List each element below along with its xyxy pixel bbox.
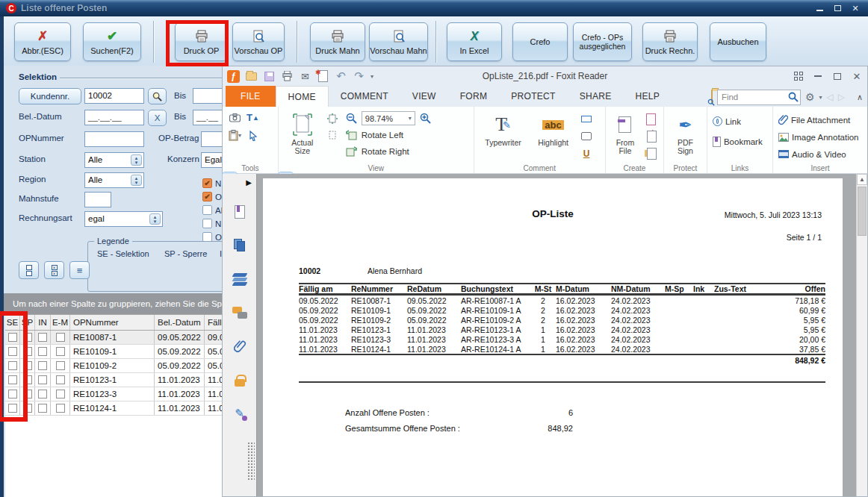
file-attachment-button[interactable]: File Attachment [778,112,859,128]
security-panel-icon[interactable] [232,372,248,388]
checkbox-checked-icon[interactable]: ✔ [202,192,212,201]
save-icon[interactable] [263,70,276,83]
checkbox-icon[interactable] [56,361,65,370]
scrollbar-thumb[interactable] [858,187,867,236]
sidebar-drag-handle[interactable] [247,442,255,481]
checkbox-checked-icon[interactable]: ✔ [202,178,212,188]
rectangle-tool-icon[interactable] [580,112,594,126]
vertical-scrollbar[interactable]: ▲ [856,174,867,496]
bel-datum-cell[interactable]: 05.09.2022 [155,345,205,358]
next-view-icon[interactable]: ▷ [838,92,845,102]
checkbox-icon[interactable] [56,347,65,356]
email-icon[interactable]: ✉ [299,70,311,83]
checkbox-row[interactable]: Al [202,205,223,215]
checkbox-icon[interactable] [38,404,47,413]
table-row[interactable]: RE10124-1 11.01.2023 11.01.2023 [5,401,226,416]
em-checkbox-cell[interactable] [51,359,70,372]
foxit-logo-icon[interactable]: ƒ [227,70,240,83]
em-checkbox-cell[interactable] [51,331,70,344]
table-row[interactable]: RE10087-1 09.05.2022 09.05.2022 [5,331,226,345]
region-select[interactable]: Alle ▲▼ [84,172,144,188]
checkbox-icon[interactable] [38,375,47,384]
tab-help[interactable]: HELP [624,86,672,107]
fit-visible-icon[interactable] [326,128,340,142]
em-checkbox-cell[interactable] [51,373,70,387]
gear-icon[interactable]: ⚙ [805,91,815,103]
spinner-icon[interactable]: ▲▼ [131,175,142,186]
ausbuchen-button[interactable]: Ausbuchen [710,22,766,61]
fit-page-icon[interactable] [326,111,340,125]
pages-panel-icon[interactable] [232,237,248,254]
grid-header-bel-datum[interactable]: Bel.-Datum [155,315,205,330]
tile-windows-icon[interactable] [793,71,805,81]
checkbox-icon[interactable] [56,333,65,342]
station-select[interactable]: Alle ▲▼ [84,152,144,168]
zoom-in-icon[interactable] [418,111,433,125]
maximize-button[interactable] [831,3,844,13]
new-document-icon[interactable]: ✱ [317,70,329,83]
checkbox-icon[interactable] [56,375,65,384]
undo-icon[interactable]: ↶ [335,70,347,83]
checkbox-icon[interactable] [202,219,212,228]
opnummer-cell[interactable]: RE10109-2 [70,359,155,372]
rotate-right-button[interactable]: Rotate Right [344,143,433,159]
print-icon[interactable] [281,70,294,83]
grid-header-in[interactable]: IN [35,315,51,330]
audio-video-button[interactable]: Audio & Video [778,146,859,162]
kundennr-input[interactable]: 10002 [84,88,144,104]
in-checkbox-cell[interactable] [35,345,51,358]
foxit-restore-button[interactable] [831,71,843,81]
vorschau-op-button[interactable]: Vorschau OP [232,22,285,61]
opnummer-cell[interactable]: RE10123-1 [70,373,155,387]
tab-file[interactable]: FILE [226,86,276,107]
em-checkbox-cell[interactable] [51,401,70,415]
grid-header-em[interactable]: E-M [51,315,70,330]
scroll-up-icon[interactable]: ▲ [857,174,867,185]
spinner-icon[interactable]: ▲▼ [131,154,142,166]
opnummer-cell[interactable]: RE10123-3 [70,387,155,401]
in-checkbox-cell[interactable] [35,373,51,387]
snapshot-icon[interactable] [228,110,242,125]
collapse-ribbon-icon[interactable]: ∧ [857,93,863,102]
checkbox-icon[interactable] [38,333,47,342]
bel-datum-cell[interactable]: 11.01.2023 [155,387,205,401]
select-all-button[interactable]: ✕✕ [44,261,64,279]
checkbox-row[interactable]: ✔ N [202,178,221,188]
in-checkbox-cell[interactable] [35,401,51,415]
kundennr-button[interactable]: Kundennr. [19,88,81,104]
blank-page-icon[interactable]: ✱ [644,129,658,143]
select-annotation-icon[interactable] [246,128,260,143]
checkbox-icon[interactable] [56,390,65,398]
checkbox-icon[interactable] [38,347,47,356]
table-row[interactable]: RE10123-3 11.01.2023 11.01.2023 [5,387,226,401]
table-row[interactable]: RE10123-1 11.01.2023 11.01.2023 [5,373,226,387]
signature-panel-icon[interactable]: ✎ [232,405,248,422]
bel-datum-input[interactable]: __.__.__ [84,110,144,125]
grid-header-row[interactable]: SE SP IN E-M OPNummer Bel.-Datum Fällig [5,314,226,331]
vorschau-mahn-button[interactable]: Vorschau Mahn [369,22,428,61]
comments-panel-icon[interactable] [232,304,248,321]
grid-header-opnummer[interactable]: OPNummer [70,315,155,330]
opnummer-input[interactable] [84,131,144,147]
foxit-titlebar[interactable]: ƒ ✉ ✱ ↶ ↷ ▾ OpListe_216.pdf - Foxit Read… [223,66,867,86]
typewriter-button[interactable]: T✎ Typewriter [480,110,527,162]
rechnungsart-select[interactable]: egal ▲▼ [84,211,163,227]
main-titlebar[interactable]: C Liste offener Posten ✕ [0,0,868,16]
suchen-button[interactable]: ✔ Suchen(F2) [83,22,141,61]
foxit-close-button[interactable]: ✕ [851,71,863,81]
checkbox-icon[interactable] [202,205,212,215]
tab-share[interactable]: SHARE [568,86,624,107]
table-row[interactable]: RE10109-2 05.09.2022 05.09.2022 [5,359,226,373]
tab-home[interactable]: HOME [276,86,329,107]
in-checkbox-cell[interactable] [35,359,51,372]
select-text-icon[interactable]: T▲ [246,110,260,125]
from-file-button[interactable]: From File [611,110,639,162]
close-button[interactable]: ✕ [849,3,862,13]
crefo-button[interactable]: Crefo [512,22,568,61]
crefo-ops-ausgeglichen-button[interactable]: Crefo - OPs ausgeglichen [573,22,632,61]
tab-form[interactable]: FORM [448,86,500,107]
foxit-minimize-button[interactable] [812,71,824,81]
zoom-level-select[interactable]: 98.74% ▾ [362,111,415,125]
image-annotation-button[interactable]: Image Annotation [778,129,859,145]
pdf-sign-button[interactable]: ✒ PDF Sign [669,110,701,162]
